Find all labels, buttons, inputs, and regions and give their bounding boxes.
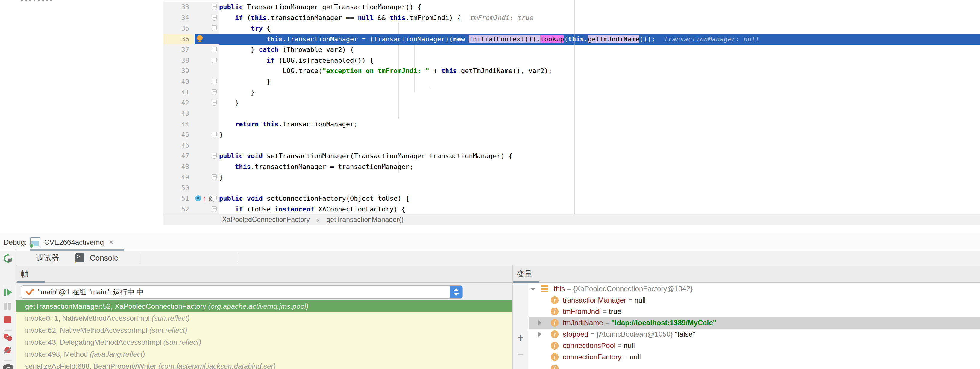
- code-line-40[interactable]: 40 }: [164, 77, 980, 87]
- fold-marker-icon[interactable]: [212, 89, 217, 95]
- variable-row[interactable]: this = {XaPooledConnectionFactory@1042}: [528, 283, 980, 294]
- stop-icon[interactable]: [4, 316, 11, 323]
- debug-session-tab[interactable]: CVE2664activemq ✕: [30, 235, 114, 249]
- variable-row[interactable]: f: [528, 363, 980, 369]
- code-line-36[interactable]: 36 this.transactionManager = (Transactio…: [164, 34, 980, 45]
- close-icon[interactable]: ✕: [109, 239, 114, 246]
- code-line-39[interactable]: 39 LOG.trace("exception on tmFromJndi: "…: [164, 65, 980, 77]
- chevron-down-icon[interactable]: [530, 288, 536, 291]
- chevron-right-icon[interactable]: [538, 332, 541, 337]
- code-text[interactable]: }: [219, 87, 980, 97]
- view-breakpoints-icon[interactable]: [3, 334, 12, 341]
- tab-variables[interactable]: 变量: [517, 265, 532, 283]
- code-text[interactable]: }: [219, 97, 980, 109]
- code-line-46[interactable]: 46: [164, 140, 980, 151]
- code-text[interactable]: if (toUse instanceof XAConnectionFactory…: [219, 204, 980, 214]
- code-line-34[interactable]: 34 if (this.transactionManager == null &…: [164, 13, 980, 23]
- override-marker-icon[interactable]: [195, 195, 201, 201]
- code-text[interactable]: if (LOG.isTraceEnabled()) {: [219, 55, 980, 66]
- code-text[interactable]: }: [219, 129, 980, 140]
- code-line-33[interactable]: 33public TransactionManager getTransacti…: [164, 2, 980, 13]
- code-line-42[interactable]: 42 }: [164, 97, 980, 109]
- code-line-47[interactable]: 47public void setTransactionManager(Tran…: [164, 151, 980, 161]
- code-line-45[interactable]: 45}: [164, 129, 980, 140]
- breadcrumb-class[interactable]: XaPooledConnectionFactory: [222, 216, 310, 224]
- code-line-37[interactable]: 37 } catch (Throwable var2) {: [164, 44, 980, 55]
- code-line-49[interactable]: 49}: [164, 172, 980, 183]
- session-tab-label: CVE2664activemq: [44, 238, 104, 246]
- stack-frame-row[interactable]: invoke:62, NativeMethodAccessorImpl (sun…: [16, 324, 512, 336]
- code-editor[interactable]: 33public TransactionManager getTransacti…: [164, 0, 980, 214]
- code-line-38[interactable]: 38 if (LOG.isTraceEnabled()) {: [164, 55, 980, 66]
- code-line-52[interactable]: 52 if (toUse instanceof XAConnectionFact…: [164, 204, 980, 214]
- code-text[interactable]: }: [219, 77, 980, 87]
- mute-breakpoints-icon[interactable]: [4, 347, 11, 354]
- tab-debugger[interactable]: 调试器: [36, 251, 59, 265]
- fold-marker-icon[interactable]: [212, 153, 217, 159]
- fold-marker-icon[interactable]: [212, 196, 217, 201]
- fold-marker-icon[interactable]: [212, 132, 217, 137]
- stack-frame-row[interactable]: serializeAsField:688, BeanPropertyWriter…: [16, 360, 512, 369]
- fold-marker-icon[interactable]: [212, 100, 217, 106]
- code-text[interactable]: } catch (Throwable var2) {: [219, 44, 980, 55]
- fold-marker-icon[interactable]: [212, 79, 217, 85]
- code-line-43[interactable]: 43: [164, 108, 980, 119]
- code-text[interactable]: [219, 108, 980, 119]
- code-text[interactable]: this.transactionManager = transactionMan…: [219, 161, 980, 172]
- variables-tree: this = {XaPooledConnectionFactory@1042}f…: [528, 283, 980, 369]
- add-watch-icon[interactable]: +: [513, 332, 528, 344]
- code-line-50[interactable]: 50: [164, 183, 980, 193]
- variable-row[interactable]: ftmFromJndi = true: [528, 306, 980, 317]
- rerun-icon[interactable]: [3, 253, 13, 264]
- variable-row[interactable]: ftmJndiName = "ldap://localhost:1389/MyC…: [528, 317, 980, 329]
- fold-marker-icon[interactable]: [212, 58, 217, 63]
- code-line-51[interactable]: 51↑@public void setConnectionFactory(Obj…: [164, 193, 980, 204]
- override-arrow-icon[interactable]: ↑: [202, 193, 206, 204]
- stack-frame-row[interactable]: invoke0:-1, NativeMethodAccessorImpl (su…: [16, 312, 512, 324]
- variable-row[interactable]: ftransactionManager = null: [528, 294, 980, 306]
- code-text[interactable]: if (this.transactionManager == null && t…: [219, 13, 980, 23]
- code-text[interactable]: try {: [219, 23, 980, 34]
- variable-row[interactable]: fconnectionFactory = null: [528, 351, 980, 363]
- code-text[interactable]: }: [219, 172, 980, 183]
- fold-marker-icon[interactable]: [212, 174, 217, 180]
- remove-watch-icon[interactable]: −: [513, 348, 528, 361]
- stack-frame-row[interactable]: invoke:43, DelegatingMethodAccessorImpl …: [16, 336, 512, 348]
- code-text[interactable]: [219, 183, 980, 193]
- code-line-44[interactable]: 44 return this.transactionManager;: [164, 119, 980, 130]
- code-text[interactable]: [219, 140, 980, 151]
- tab-console[interactable]: Console: [90, 251, 118, 265]
- thread-selector[interactable]: "main"@1 在组 "main": 运行中 中: [21, 286, 463, 299]
- fold-marker-icon[interactable]: [212, 15, 217, 21]
- chevron-right-icon[interactable]: [538, 320, 541, 326]
- variable-row[interactable]: fstopped = {AtomicBoolean@1050} "false": [528, 329, 980, 340]
- code-line-41[interactable]: 41 }: [164, 87, 980, 97]
- frames-list: getTransactionManager:52, XaPooledConnec…: [16, 300, 512, 369]
- resume-icon[interactable]: [4, 289, 12, 296]
- code-text[interactable]: return this.transactionManager;: [219, 119, 980, 130]
- line-number: 52: [164, 204, 194, 214]
- code-text[interactable]: public TransactionManager getTransaction…: [219, 2, 980, 13]
- code-line-35[interactable]: 35 try {: [164, 23, 980, 34]
- debug-header: Debug: CVE2664activemq ✕: [0, 234, 980, 251]
- intention-bulb-icon[interactable]: [197, 35, 203, 41]
- code-text[interactable]: public void setConnectionFactory(Object …: [219, 193, 980, 204]
- stack-frame-row[interactable]: getTransactionManager:52, XaPooledConnec…: [16, 300, 512, 312]
- tab-frames[interactable]: 帧: [21, 265, 29, 283]
- variable-row[interactable]: fconnectionsPool = null: [528, 340, 980, 351]
- code-text[interactable]: LOG.trace("exception on tmFromJndi: " + …: [219, 65, 980, 77]
- code-line-48[interactable]: 48 this.transactionManager = transaction…: [164, 161, 980, 172]
- line-number: 35: [164, 23, 194, 34]
- fold-marker-icon[interactable]: [212, 206, 217, 212]
- fold-marker-icon[interactable]: [212, 26, 217, 31]
- breadcrumb-method[interactable]: getTransactionManager(): [326, 216, 404, 224]
- code-text[interactable]: public void setTransactionManager(Transa…: [219, 151, 980, 161]
- frame-method: getTransactionManager:52, XaPooledConnec…: [25, 302, 208, 310]
- fold-marker-icon[interactable]: [212, 4, 217, 10]
- fold-marker-icon[interactable]: [212, 47, 217, 53]
- stack-frame-row[interactable]: invoke:498, Method (java.lang.reflect): [16, 348, 512, 360]
- combo-spinner-icon[interactable]: [450, 286, 463, 298]
- thread-dump-camera-icon[interactable]: [3, 366, 13, 369]
- pause-icon[interactable]: [4, 302, 11, 310]
- code-text[interactable]: this.transactionManager = (TransactionMa…: [219, 34, 980, 45]
